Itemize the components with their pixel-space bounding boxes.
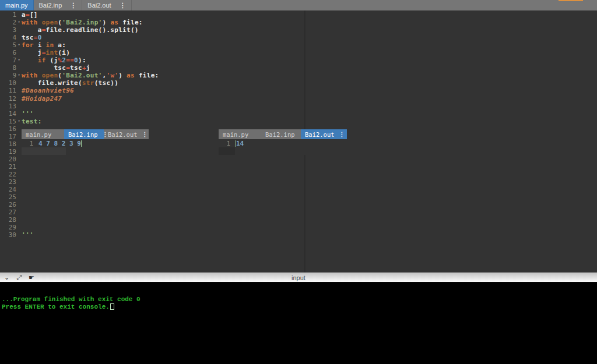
code-line[interactable]: 11#Daoanhviet96 [0,87,597,94]
line-number: 8 [0,64,16,72]
code-line[interactable]: 23 [0,178,597,186]
code-line[interactable]: 30''' [0,231,597,239]
code-token: a [22,26,42,34]
tab-label: main.py [223,131,248,138]
line-number: 12 [0,95,16,103]
code-line[interactable]: 6 j=int(i) [0,49,597,56]
fold-marker-icon [16,125,22,133]
mini-tab-bai2-out[interactable]: Bai2.out ⋮ [104,129,149,139]
tab-label: Bai2.inp [39,2,62,9]
code-line-text: if (j%2==0): [22,56,86,64]
mini-editor-line[interactable]: 1 4 7 8 2 3 9 [22,139,149,147]
code-line[interactable]: 14''' [0,110,597,118]
mini-tab-bar: main.py Bai2.inp ⋮ Bai2.out ⋮ [22,129,149,139]
fold-marker-icon[interactable]: ▾ [16,41,22,49]
code-line[interactable]: 15▾test: [0,118,597,125]
fold-marker-icon [16,103,22,110]
code-line[interactable]: 1a=[] [0,11,597,19]
code-token: + [82,64,86,72]
code-token: (j [46,56,58,64]
code-line-text: #Hoidap247 [22,95,62,103]
fold-marker-icon[interactable]: ▾ [16,56,22,64]
code-line[interactable]: 9▾with open('Bai2.out','w') as file: [0,72,597,79]
line-number: 14 [0,110,16,118]
code-token: file.write( [22,79,82,87]
tab-menu-icon[interactable]: ⋮ [142,131,148,137]
line-number: 21 [0,163,16,171]
console-line-text: Press ENTER to exit console. [2,303,110,310]
code-line[interactable]: 5▾for i in a: [0,41,597,49]
code-line[interactable]: 4tsc=0 [0,34,597,41]
tab-bai2-out[interactable]: Bai2.out ⋮ [82,0,131,10]
fold-marker-icon [16,193,22,201]
fold-marker-icon [16,64,22,72]
mini-editor-line[interactable] [22,147,149,155]
editor-tab-bar: main.py Bai2.inp ⋮ Bai2.out ⋮ [0,0,597,10]
code-token: tsc [22,64,66,72]
code-line[interactable]: 13 [0,103,597,110]
code-line[interactable]: 2▾with open('Bai2.inp') as file: [0,19,597,26]
embedded-panel-bai2-out: main.py Bai2.inp ⋮ Bai2.out ⋮ 1 14 [219,129,347,155]
fold-marker-icon [16,133,22,140]
console-output[interactable]: ...Program finished with exit code 0 Pre… [0,283,597,364]
file-content: 14 [236,140,244,147]
code-line-text: tsc=tsc+j [22,64,90,72]
code-token: ) [118,72,127,79]
fold-marker-icon [16,11,22,19]
active-line-highlight [219,147,235,155]
fold-marker-icon [16,87,22,94]
code-token: with [22,72,38,79]
code-line-text: a=file.readline().split() [22,26,139,34]
code-line[interactable]: 28 [0,216,597,224]
code-line-text: a=[] [22,11,38,19]
code-line-text: file.write(str(tsc)) [22,79,118,87]
code-line[interactable]: 8 tsc=tsc+j [0,64,597,72]
fold-marker-icon [16,49,22,56]
fold-marker-icon[interactable]: ▾ [16,72,22,79]
line-number: 3 [0,26,16,34]
tab-menu-icon[interactable]: ⋮ [339,131,345,137]
fold-marker-icon [16,163,22,171]
code-token: file: [135,72,159,79]
tab-menu-icon[interactable]: ⋮ [120,2,126,9]
code-line[interactable]: 22 [0,171,597,178]
terminal-cursor [110,303,114,310]
tab-main-py[interactable]: main.py [0,0,34,10]
code-line[interactable]: 10 file.write(str(tsc)) [0,79,597,87]
code-line[interactable]: 29 [0,224,597,231]
code-line[interactable]: 21 [0,163,597,171]
code-line[interactable]: 7▾ if (j%2==0): [0,56,597,64]
mini-tab-main-py[interactable]: main.py [219,129,261,139]
mini-editor-line[interactable] [219,147,347,155]
fold-marker-icon [16,95,22,103]
code-line[interactable]: 3 a=file.readline().split() [0,26,597,34]
code-line-text: ''' [22,110,34,118]
code-line[interactable]: 27 [0,208,597,216]
code-token: tsc [70,64,82,72]
tab-menu-icon[interactable]: ⋮ [70,2,76,9]
code-line[interactable]: 26 [0,201,597,208]
tab-label: Bai2.out [108,131,138,138]
fold-marker-icon[interactable]: ▾ [16,19,22,26]
code-editor[interactable]: 1a=[]2▾with open('Bai2.inp') as file:3 a… [0,10,597,273]
mini-tab-bai2-inp[interactable]: Bai2.inp ⋮ [64,129,104,139]
code-line[interactable]: 20 [0,156,597,163]
line-number: 10 [0,79,16,87]
fold-marker-icon[interactable]: ▾ [16,118,22,125]
line-number: 30 [0,231,16,239]
mini-tab-main-py[interactable]: main.py [22,129,64,139]
code-token [38,19,42,26]
code-token: (tsc)) [94,79,119,87]
code-line[interactable]: 25 [0,193,597,201]
mini-tab-bai2-out[interactable]: Bai2.out ⋮ [301,129,347,139]
mini-editor-line[interactable]: 1 14 [219,139,347,147]
code-line[interactable]: 12#Hoidap247 [0,95,597,103]
code-line[interactable]: 24 [0,186,597,193]
code-token: with [22,19,38,26]
mini-tab-bai2-inp[interactable]: Bai2.inp ⋮ [261,129,301,139]
code-token: = [42,26,46,34]
code-token [38,72,42,79]
line-number: 11 [0,87,16,94]
tab-label: main.py [26,131,51,138]
tab-bai2-inp[interactable]: Bai2.inp ⋮ [34,0,83,10]
